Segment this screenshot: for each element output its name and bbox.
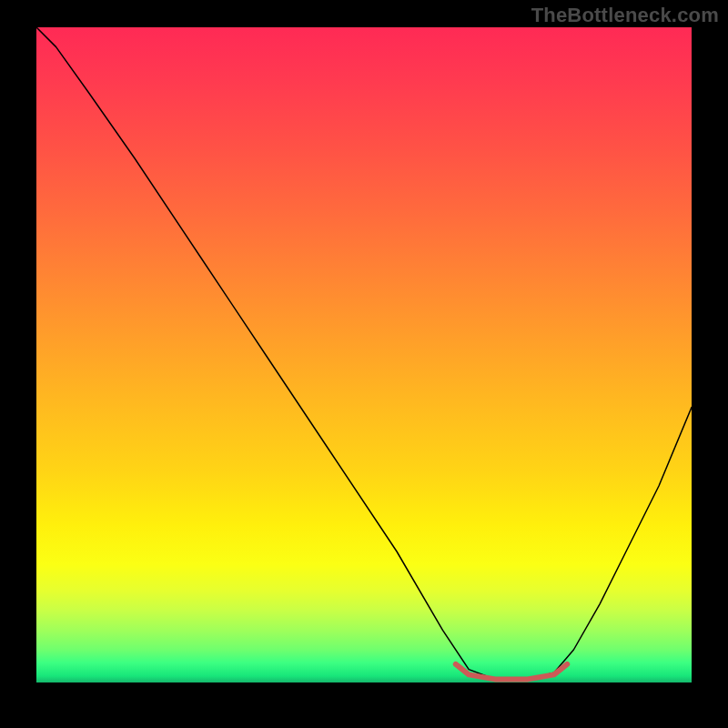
series-optimal-band xyxy=(456,664,567,680)
watermark-text: TheBottleneck.com xyxy=(531,4,719,27)
chart-frame: TheBottleneck.com xyxy=(0,0,728,728)
series-group xyxy=(36,27,692,679)
series-bottleneck-curve xyxy=(36,27,692,679)
chart-svg xyxy=(36,27,692,682)
plot-area xyxy=(36,27,692,682)
